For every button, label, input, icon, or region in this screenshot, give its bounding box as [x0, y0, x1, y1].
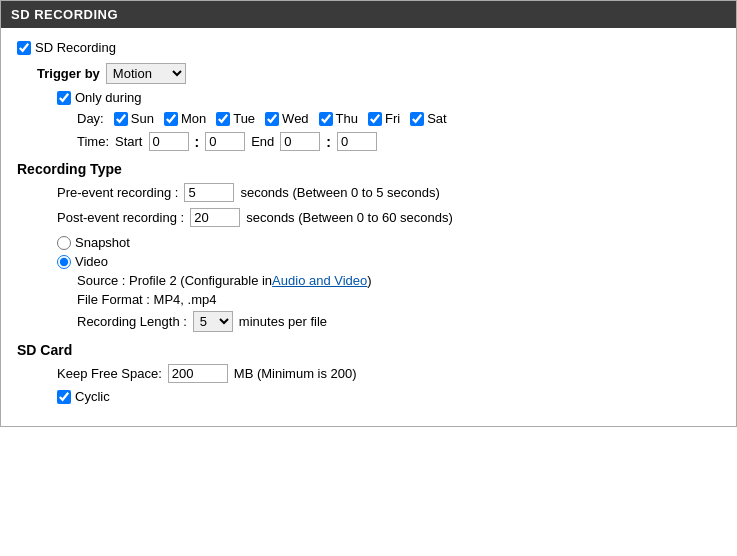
file-format-label: File Format : MP4, .mp4 — [77, 292, 216, 307]
sd-recording-text: SD Recording — [35, 40, 116, 55]
snapshot-row: Snapshot — [57, 235, 720, 250]
trigger-by-label: Trigger by — [37, 66, 100, 81]
day-wed: Wed — [265, 111, 309, 126]
day-fri-label: Fri — [385, 111, 400, 126]
day-mon-checkbox[interactable] — [164, 112, 178, 126]
day-wed-checkbox[interactable] — [265, 112, 279, 126]
snapshot-text: Snapshot — [75, 235, 130, 250]
keep-free-label: Keep Free Space: — [57, 366, 162, 381]
day-thu-checkbox[interactable] — [319, 112, 333, 126]
start-hour-input[interactable] — [149, 132, 189, 151]
sd-recording-row: SD Recording — [17, 40, 720, 55]
start-label: Start — [115, 134, 142, 149]
colon-1: : — [195, 134, 200, 150]
sd-recording-label[interactable]: SD Recording — [17, 40, 116, 55]
sd-card-title: SD Card — [17, 342, 720, 358]
panel-body: SD Recording Trigger by Motion Always Sc… — [1, 28, 736, 426]
recording-length-row: Recording Length : 1 2 3 4 5 10 15 30 mi… — [77, 311, 720, 332]
keep-free-input[interactable] — [168, 364, 228, 383]
day-label: Day: — [77, 111, 104, 126]
source-text: Source : Profile 2 (Configurable in — [77, 273, 272, 288]
pre-event-row: Pre-event recording : seconds (Between 0… — [57, 183, 720, 202]
post-event-hint: seconds (Between 0 to 60 seconds) — [246, 210, 453, 225]
day-mon-label: Mon — [181, 111, 206, 126]
cyclic-text: Cyclic — [75, 389, 110, 404]
pre-event-hint: seconds (Between 0 to 5 seconds) — [240, 185, 439, 200]
snapshot-radio[interactable] — [57, 236, 71, 250]
time-label: Time: — [77, 134, 109, 149]
day-sat-label: Sat — [427, 111, 447, 126]
source-end: ) — [367, 273, 371, 288]
file-format-row: File Format : MP4, .mp4 — [77, 292, 720, 307]
day-fri: Fri — [368, 111, 400, 126]
cyclic-checkbox[interactable] — [57, 390, 71, 404]
day-row: Day: Sun Mon Tue Wed Thu — [77, 111, 720, 126]
source-row: Source : Profile 2 (Configurable in Audi… — [77, 273, 720, 288]
recording-length-select[interactable]: 1 2 3 4 5 10 15 30 — [193, 311, 233, 332]
recording-length-label: Recording Length : — [77, 314, 187, 329]
only-during-checkbox[interactable] — [57, 91, 71, 105]
day-tue: Tue — [216, 111, 255, 126]
post-event-input[interactable] — [190, 208, 240, 227]
day-mon: Mon — [164, 111, 206, 126]
end-label: End — [251, 134, 274, 149]
recording-length-unit: minutes per file — [239, 314, 327, 329]
start-min-input[interactable] — [205, 132, 245, 151]
day-thu-label: Thu — [336, 111, 358, 126]
day-sun-label: Sun — [131, 111, 154, 126]
recording-type-title: Recording Type — [17, 161, 720, 177]
video-radio[interactable] — [57, 255, 71, 269]
keep-free-unit: MB (Minimum is 200) — [234, 366, 357, 381]
cyclic-row: Cyclic — [57, 389, 720, 404]
post-event-label: Post-event recording : — [57, 210, 184, 225]
day-tue-checkbox[interactable] — [216, 112, 230, 126]
audio-video-link[interactable]: Audio and Video — [272, 273, 367, 288]
keep-free-row: Keep Free Space: MB (Minimum is 200) — [57, 364, 720, 383]
panel-header: SD RECORDING — [1, 1, 736, 28]
day-wed-label: Wed — [282, 111, 309, 126]
post-event-row: Post-event recording : seconds (Between … — [57, 208, 720, 227]
video-text: Video — [75, 254, 108, 269]
day-thu: Thu — [319, 111, 358, 126]
sd-recording-panel: SD RECORDING SD Recording Trigger by Mot… — [0, 0, 737, 427]
panel-title: SD RECORDING — [11, 7, 118, 22]
cyclic-label[interactable]: Cyclic — [57, 389, 110, 404]
sd-recording-checkbox[interactable] — [17, 41, 31, 55]
snapshot-label[interactable]: Snapshot — [57, 235, 130, 250]
day-tue-label: Tue — [233, 111, 255, 126]
day-sun: Sun — [114, 111, 154, 126]
end-min-input[interactable] — [337, 132, 377, 151]
day-sat-checkbox[interactable] — [410, 112, 424, 126]
end-hour-input[interactable] — [280, 132, 320, 151]
video-label[interactable]: Video — [57, 254, 108, 269]
day-fri-checkbox[interactable] — [368, 112, 382, 126]
colon-2: : — [326, 134, 331, 150]
trigger-select[interactable]: Motion Always Schedule — [106, 63, 186, 84]
trigger-by-row: Trigger by Motion Always Schedule — [37, 63, 720, 84]
day-sat: Sat — [410, 111, 447, 126]
only-during-row: Only during — [57, 90, 720, 105]
only-during-text: Only during — [75, 90, 141, 105]
only-during-label[interactable]: Only during — [57, 90, 141, 105]
time-row: Time: Start : End : — [77, 132, 720, 151]
pre-event-input[interactable] — [184, 183, 234, 202]
video-row: Video — [57, 254, 720, 269]
day-sun-checkbox[interactable] — [114, 112, 128, 126]
pre-event-label: Pre-event recording : — [57, 185, 178, 200]
